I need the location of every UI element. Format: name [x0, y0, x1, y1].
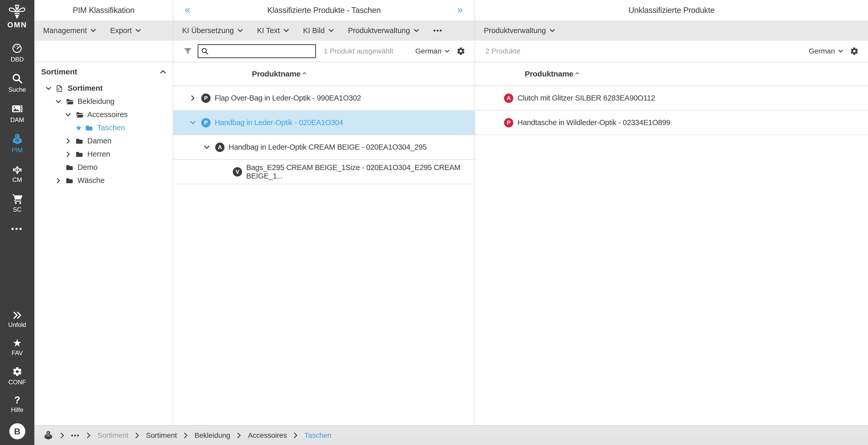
product-row-clutch[interactable]: A Clutch mit Glitzer SILBER 6283EA90O112 — [475, 86, 868, 111]
tree-item-damen[interactable]: Damen — [41, 135, 166, 148]
tree-item-herren[interactable]: Herren — [41, 148, 166, 161]
chevron-down-icon[interactable] — [65, 112, 75, 118]
panel-pim-klassifikation: PIM Klassifikation Management Export Sor… — [34, 0, 173, 445]
gear-icon — [12, 366, 23, 377]
sidebar-item-sc[interactable]: SC — [11, 193, 23, 213]
search-icon — [201, 47, 209, 55]
produktverwaltung-menu[interactable]: Produktverwaltung — [484, 26, 555, 35]
chevron-right-icon[interactable] — [56, 178, 65, 183]
unclassified-toolbar: Produktverwaltung — [475, 21, 868, 40]
product-type-badge: P — [504, 118, 513, 127]
tree-section-header[interactable]: Sortiment — [41, 62, 166, 82]
tree-item-taschen[interactable]: ★ Taschen — [41, 121, 166, 135]
sort-ascending-icon — [575, 71, 579, 75]
tree-item-bekleidung[interactable]: Bekleidung — [41, 95, 166, 108]
ki-text-menu[interactable]: KI Text — [257, 26, 289, 35]
ki-uebersetzung-menu[interactable]: KI Übersetzung — [182, 26, 243, 35]
chevron-down-icon[interactable] — [46, 86, 56, 91]
language-select[interactable]: German — [809, 47, 843, 55]
sidebar-overflow-button[interactable]: ••• — [11, 225, 23, 233]
folder-icon — [65, 177, 78, 184]
tree-item-waesche[interactable]: Wäsche — [41, 174, 166, 187]
chevron-down-icon — [238, 28, 243, 33]
svg-text:P: P — [48, 432, 49, 435]
chevron-down-icon[interactable] — [188, 120, 197, 126]
folder-icon — [75, 137, 87, 145]
chevron-right-icon[interactable] — [188, 95, 197, 101]
content-area: PIM Klassifikation Management Export Sor… — [34, 0, 868, 445]
sidebar-item-fav[interactable]: ★ FAV — [11, 338, 23, 357]
management-menu[interactable]: Management — [43, 26, 96, 35]
settings-gear-icon[interactable] — [457, 47, 465, 56]
settings-gear-icon[interactable] — [850, 47, 859, 56]
breadcrumb-item-taschen[interactable]: Taschen — [304, 431, 331, 440]
tree-item-sortiment[interactable]: Sortiment — [41, 82, 166, 95]
sidebar-item-unfold[interactable]: Unfold — [8, 311, 26, 328]
unclassified-column-header[interactable]: Produktname — [475, 62, 868, 86]
product-row-handtasche[interactable]: P Handtasche in Wildleder-Optik - 02334E… — [475, 111, 868, 135]
product-count: 2 Produkte — [486, 47, 520, 55]
folder-icon — [85, 124, 97, 132]
folder-open-icon — [75, 111, 87, 119]
cart-icon — [11, 193, 23, 204]
page-title-classified: « Klassifizierte Produkte - Taschen » — [173, 0, 474, 21]
chevron-right-icon — [293, 432, 298, 439]
expand-right-button[interactable]: » — [457, 4, 463, 15]
collapse-left-button[interactable]: « — [185, 4, 190, 15]
pim-box-icon[interactable]: P — [43, 431, 54, 440]
share-icon — [11, 164, 23, 174]
breadcrumb: P ••• Sortiment Sortiment Bekleidung Acc… — [34, 425, 868, 445]
product-row-handbag-cream-beige[interactable]: A Handbag in Leder-Optik CREAM BEIGE - 0… — [173, 135, 474, 160]
filter-funnel-icon[interactable] — [184, 48, 192, 55]
selection-status: 1 Produkt ausgewählt — [324, 47, 393, 55]
chevron-down-icon[interactable] — [202, 144, 211, 150]
chevron-up-icon[interactable] — [160, 69, 166, 75]
ki-bild-menu[interactable]: KI Bild — [303, 26, 334, 35]
breadcrumb-overflow-button[interactable]: ••• — [71, 432, 80, 439]
logo-label: OMN — [7, 21, 27, 29]
classified-column-header[interactable]: Produktname — [173, 62, 474, 86]
product-name: Handbag in Leder-Optik CREAM BEIGE - 020… — [228, 143, 427, 151]
search-input[interactable] — [210, 47, 313, 55]
product-name: Bags_E295 CREAM BEIGE_1Size - 020EA1O304… — [246, 163, 474, 180]
chevron-down-icon — [444, 49, 450, 54]
chevron-right-icon — [86, 432, 91, 439]
sidebar-item-suche[interactable]: Suche — [8, 73, 26, 93]
folder-icon — [75, 150, 87, 158]
breadcrumb-item-bekleidung[interactable]: Bekleidung — [194, 431, 230, 440]
svg-text:P: P — [16, 135, 18, 138]
sidebar-item-pim[interactable]: P PIM — [11, 134, 24, 154]
sidebar-item-cm[interactable]: CM — [11, 164, 23, 183]
export-menu[interactable]: Export — [110, 26, 141, 35]
search-icon — [11, 73, 23, 84]
omn-logo[interactable]: OMN — [7, 4, 27, 29]
sidebar-item-conf[interactable]: CONF — [8, 366, 26, 386]
chevron-down-icon — [90, 28, 96, 33]
sidebar-item-dam[interactable]: DAM — [10, 103, 24, 123]
tree-item-demo[interactable]: Demo — [41, 161, 166, 174]
user-avatar[interactable]: B — [9, 423, 25, 439]
language-select[interactable]: German — [415, 47, 450, 55]
produktverwaltung-menu[interactable]: Produktverwaltung — [348, 26, 419, 35]
panel-klassifizierte-produkte: « Klassifizierte Produkte - Taschen » KI… — [173, 0, 475, 445]
product-row-handbag-selected[interactable]: P Handbag in Leder-Optik - 020EA1O304 — [173, 111, 474, 135]
breadcrumb-item-sortiment[interactable]: Sortiment — [146, 431, 177, 440]
media-icon — [11, 103, 23, 115]
product-row-bags-e295[interactable]: V Bags_E295 CREAM BEIGE_1Size - 020EA1O3… — [173, 160, 474, 184]
tree-gap — [34, 40, 173, 61]
breadcrumb-item-sortiment-root[interactable]: Sortiment — [97, 431, 128, 440]
chevron-down-icon — [135, 28, 141, 33]
sidebar-item-dbd[interactable]: DBD — [10, 42, 24, 63]
sidebar-item-hilfe[interactable]: ? Hilfe — [11, 396, 23, 413]
chevron-right-icon[interactable] — [65, 151, 75, 157]
product-row-flap-over-bag[interactable]: P Flap Over-Bag in Leder-Optik - 990EA1O… — [173, 86, 474, 111]
unclassified-filter-right: German — [809, 47, 859, 56]
chevron-down-icon — [328, 28, 334, 33]
chevron-right-icon[interactable] — [65, 138, 75, 144]
classified-filter-row: 1 Produkt ausgewählt German — [173, 40, 474, 62]
chevron-down-icon[interactable] — [56, 99, 65, 105]
tree-item-accessoires[interactable]: Accessoires — [41, 108, 166, 121]
toolbar-overflow-button[interactable]: ••• — [433, 27, 442, 35]
favorite-star-icon: ★ — [75, 124, 85, 132]
breadcrumb-item-accessoires[interactable]: Accessoires — [248, 431, 287, 440]
